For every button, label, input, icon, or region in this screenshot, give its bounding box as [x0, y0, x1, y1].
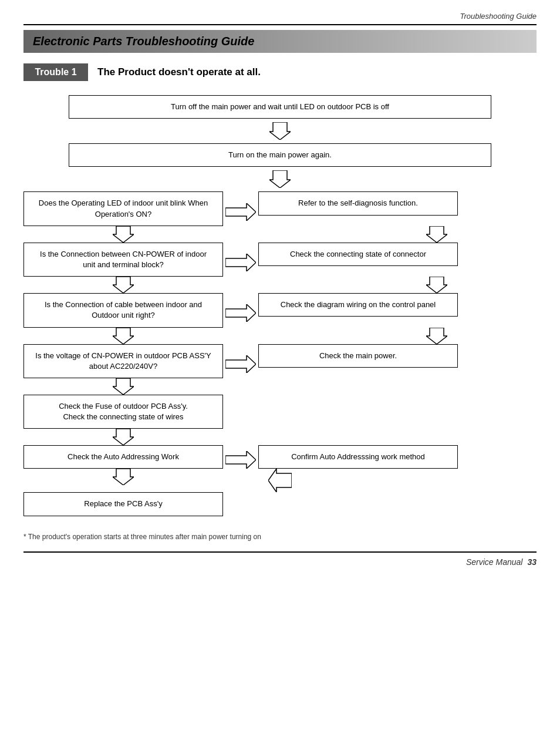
main-title: Electronic Parts Troubleshooting Guide: [33, 35, 254, 48]
svg-marker-8: [225, 304, 256, 322]
pair2-section: Is the Connection between CN-POWER of in…: [23, 243, 537, 277]
svg-marker-10: [426, 328, 447, 344]
left1-box: Does the Operating LED of indoor unit bl…: [23, 191, 223, 226]
pair6-section: Check the Auto Addressing Work Confirm A…: [23, 445, 537, 469]
step7-row: Replace the PCB Ass'y: [23, 492, 537, 516]
svg-marker-2: [225, 203, 256, 221]
arrows-row3: [23, 328, 537, 344]
pair4-section: Is the voltage of CN-POWER in outdoor PC…: [23, 344, 537, 378]
trouble-badge: Trouble 1: [23, 63, 88, 81]
trouble-section: Trouble 1 The Product doesn't operate at…: [23, 63, 537, 81]
pair3-section: Is the Connection of cable between indoo…: [23, 293, 537, 327]
svg-marker-7: [426, 277, 447, 293]
step2-box: Turn on the main power again.: [69, 143, 491, 167]
left6-col: Check the Auto Addressing Work: [23, 445, 223, 469]
arrows-row2: [23, 277, 537, 293]
right2-box: Check the connecting state of connector: [258, 243, 458, 266]
step1-box: Turn off the main power and wait until L…: [69, 95, 491, 119]
right-arrow6: [223, 445, 258, 469]
right-arrow2: [223, 243, 258, 277]
svg-marker-4: [426, 226, 447, 243]
step2-row: Turn on the main power again.: [23, 143, 537, 167]
svg-marker-11: [225, 355, 256, 373]
left2-box: Is the Connection between CN-POWER of in…: [23, 243, 223, 277]
svg-marker-1: [269, 170, 291, 188]
arrow-left4: [23, 378, 537, 395]
left6-box: Check the Auto Addressing Work: [23, 445, 223, 469]
header-title: Troubleshooting Guide: [460, 12, 537, 21]
service-label: Service Manual: [466, 557, 523, 567]
bottom-bar: Service Manual 33: [23, 551, 537, 567]
svg-marker-14: [225, 451, 256, 469]
svg-marker-16: [268, 469, 292, 492]
step5-row: Check the Fuse of outdoor PCB Ass'y. Che…: [23, 395, 537, 429]
svg-marker-13: [113, 429, 134, 445]
svg-marker-9: [113, 328, 134, 344]
right-arrow1: [223, 191, 258, 226]
flowchart: Turn off the main power and wait until L…: [23, 95, 537, 516]
right1-box: Refer to the self-diagnosis function.: [258, 191, 458, 215]
footer-note: * The product's operation starts at thre…: [23, 527, 537, 541]
step5-box: Check the Fuse of outdoor PCB Ass'y. Che…: [23, 395, 223, 429]
trouble-description: The Product doesn't operate at all.: [97, 66, 261, 78]
left1-col: Does the Operating LED of indoor unit bl…: [23, 191, 223, 226]
svg-marker-3: [113, 226, 134, 243]
arrow1: [23, 122, 537, 140]
right-arrow4: [223, 344, 258, 378]
left3-col: Is the Connection of cable between indoo…: [23, 293, 223, 327]
right3-box: Check the diagram wiring on the control …: [258, 293, 458, 317]
page-header: Troubleshooting Guide: [23, 12, 537, 25]
left3-box: Is the Connection of cable between indoo…: [23, 293, 223, 327]
title-bar: Electronic Parts Troubleshooting Guide: [23, 30, 537, 53]
step1-row: Turn off the main power and wait until L…: [23, 95, 537, 119]
left2-col: Is the Connection between CN-POWER of in…: [23, 243, 223, 277]
left4-box: Is the voltage of CN-POWER in outdoor PC…: [23, 344, 223, 378]
svg-marker-12: [113, 378, 134, 395]
right6-box: Confirm Auto Addresssing work method: [258, 445, 458, 469]
page: Troubleshooting Guide Electronic Parts T…: [0, 0, 560, 730]
arrows-row6: [23, 469, 537, 492]
svg-marker-6: [113, 277, 134, 293]
right2-col: Check the connecting state of connector: [258, 243, 458, 277]
step7-box: Replace the PCB Ass'y: [23, 492, 223, 516]
svg-marker-0: [269, 122, 291, 140]
arrow2: [23, 170, 537, 188]
svg-marker-5: [225, 254, 256, 271]
right1-col: Refer to the self-diagnosis function.: [258, 191, 458, 226]
right3-col: Check the diagram wiring on the control …: [258, 293, 458, 327]
arrows-row1: [23, 226, 537, 243]
pair1-section: Does the Operating LED of indoor unit bl…: [23, 191, 537, 226]
arrow-left5: [23, 429, 537, 445]
right4-col: Check the main power.: [258, 344, 458, 378]
svg-marker-15: [113, 469, 134, 485]
left4-col: Is the voltage of CN-POWER in outdoor PC…: [23, 344, 223, 378]
right4-box: Check the main power.: [258, 344, 458, 368]
page-number: 33: [527, 557, 537, 567]
right6-col: Confirm Auto Addresssing work method: [258, 445, 458, 469]
right-arrow3: [223, 293, 258, 327]
